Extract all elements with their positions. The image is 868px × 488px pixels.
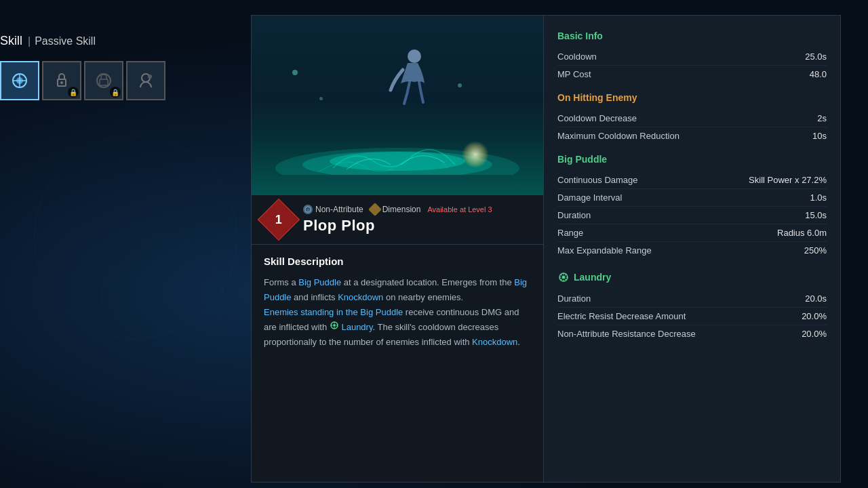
skill-icon-4-svg [135,70,157,92]
desc-part4: on nearby enemies. [383,292,463,302]
knockdown-link-1[interactable]: Knockdown [338,292,383,302]
divider-2 [557,144,827,151]
basic-info-stats: Cooldown 25.0s MP Cost 48.0 [557,48,827,83]
on-hitting-enemy-stats: Cooldown Decrease 2s Maximum Cooldown Re… [557,110,827,144]
skill-level: 1 [275,212,282,226]
divider-1 [557,83,827,89]
big-puddle-header: Big Puddle [557,154,827,165]
continuous-damage-value: Skill Power x 27.2% [749,175,827,185]
max-expandable-range-label: Max Expandable Range [557,245,652,256]
skill-icon-2[interactable]: 🔒 [42,61,81,100]
skill-badges: ◎ Non-Attribute Dimension Availa [303,205,492,235]
skill-description-area: Skill Description Forms a Big Puddle at … [252,245,543,482]
cooldown-decrease-row: Cooldown Decrease 2s [557,110,827,127]
continuous-damage-label: Continuous Damage [557,175,638,185]
enemies-line[interactable]: Enemies standing in the Big Puddle [264,307,403,317]
svg-point-3 [60,81,63,84]
skill-title-bar: 1 ◎ Non-Attribute [252,195,543,245]
skill-preview [252,16,543,195]
lock-indicator-2: 🔒 [68,87,79,98]
skill-name: Plop Plop [303,217,492,235]
mp-cost-value: 48.0 [810,69,827,79]
left-panel: Skill Passive Skill 🔒 [0,0,251,488]
laundry-inline [330,321,339,330]
mp-cost-label: MP Cost [557,69,591,79]
duration-value-1: 15.0s [805,210,827,220]
cooldown-label: Cooldown [557,52,597,62]
skill-icons-row: 🔒 🔒 [0,61,165,100]
lock-indicator-3: 🔒 [110,87,121,98]
character-silhouette [384,43,438,110]
non-attribute-badge: ◎ Non-Attribute [303,205,363,214]
cooldown-decrease-label: Cooldown Decrease [557,113,637,123]
content-left: 1 ◎ Non-Attribute [252,16,543,482]
max-cooldown-reduction-value: 10s [812,131,827,141]
cooldown-row: Cooldown 25.0s [557,48,827,66]
skill-icon-4[interactable] [126,61,165,100]
desc-part3: and inflicts [291,292,338,302]
knockdown-link-2[interactable]: Knockdown [472,337,517,347]
laundry-gear-inline [330,321,339,330]
duration-label-1: Duration [557,210,591,220]
damage-interval-value: 1.0s [810,192,827,203]
electric-resist-row: Electric Resist Decrease Amount 20.0% [557,308,827,325]
dimension-badge: Dimension [370,205,421,214]
dimension-text: Dimension [382,205,421,214]
laundry-header: Laundry [574,272,611,283]
on-hitting-enemy-header: On Hitting Enemy [557,92,827,103]
character-svg [384,43,438,110]
water-surface [265,134,530,175]
main-panel: 1 ◎ Non-Attribute [251,15,841,483]
max-cooldown-reduction-row: Maximum Cooldown Reduction 10s [557,127,827,144]
desc-part2: at a designated location. Emerges from t… [341,277,514,287]
duration-label-2: Duration [557,293,591,304]
particle-1 [292,70,298,75]
passive-skill-label: Passive Skill [28,35,96,47]
max-expandable-range-row: Max Expandable Range 250% [557,242,827,259]
skill-badges-row: ◎ Non-Attribute Dimension Availa [303,205,492,214]
divider-3 [557,259,827,266]
svg-rect-5 [100,79,108,85]
laundry-header-row: Laundry [557,271,827,283]
duration-value-2: 20.0s [805,293,827,304]
non-attribute-resistance-label: Non-Attribute Resistance Decrease [557,329,696,339]
water-svg [265,134,530,175]
laundry-stats: Duration 20.0s Electric Resist Decrease … [557,290,827,342]
desc-part7: . [517,337,520,347]
laundry-link[interactable]: Laundry [341,322,372,332]
electric-resist-label: Electric Resist Decrease Amount [557,311,686,321]
range-value: Radius 6.0m [777,228,827,238]
svg-point-11 [408,49,421,63]
max-expandable-range-value: 250% [804,245,827,256]
duration-row-1: Duration 15.0s [557,207,827,224]
svg-point-18 [562,276,566,279]
max-cooldown-reduction-label: Maximum Cooldown Reduction [557,131,679,141]
available-text: Available at Level 3 [427,205,492,214]
damage-interval-row: Damage Interval 1.0s [557,189,827,207]
continuous-damage-row: Continuous Damage Skill Power x 27.2% [557,171,827,189]
dimension-icon [368,203,382,216]
content-right-wrapper: Basic Info Cooldown 25.0s MP Cost 48.0 O… [544,16,840,482]
dimension-svg [370,205,380,214]
content-right: Basic Info Cooldown 25.0s MP Cost 48.0 O… [544,16,840,482]
description-text: Forms a Big Puddle at a designated locat… [264,275,531,350]
skill-icon-3[interactable]: 🔒 [84,61,123,100]
range-row: Range Radius 6.0m [557,224,827,242]
skill-label-area: Skill Passive Skill [0,34,96,48]
non-attribute-resistance-row: Non-Attribute Resistance Decrease 20.0% [557,325,827,342]
duration-row-2: Duration 20.0s [557,290,827,308]
svg-point-16 [333,324,336,327]
big-puddle-link-1[interactable]: Big Puddle [298,277,341,287]
basic-info-header: Basic Info [557,30,827,41]
mp-cost-row: MP Cost 48.0 [557,66,827,83]
svg-point-7 [148,75,152,79]
damage-interval-label: Damage Interval [557,192,622,203]
desc-part1: Forms a [264,277,298,287]
non-attribute-resistance-value: 20.0% [802,329,827,339]
particle-2 [319,97,323,100]
svg-rect-14 [372,207,377,212]
skill-icon-1[interactable] [0,61,39,100]
range-label: Range [557,228,583,238]
skill-label: Skill [0,34,22,48]
skill-level-diamond: 1 [258,199,300,241]
